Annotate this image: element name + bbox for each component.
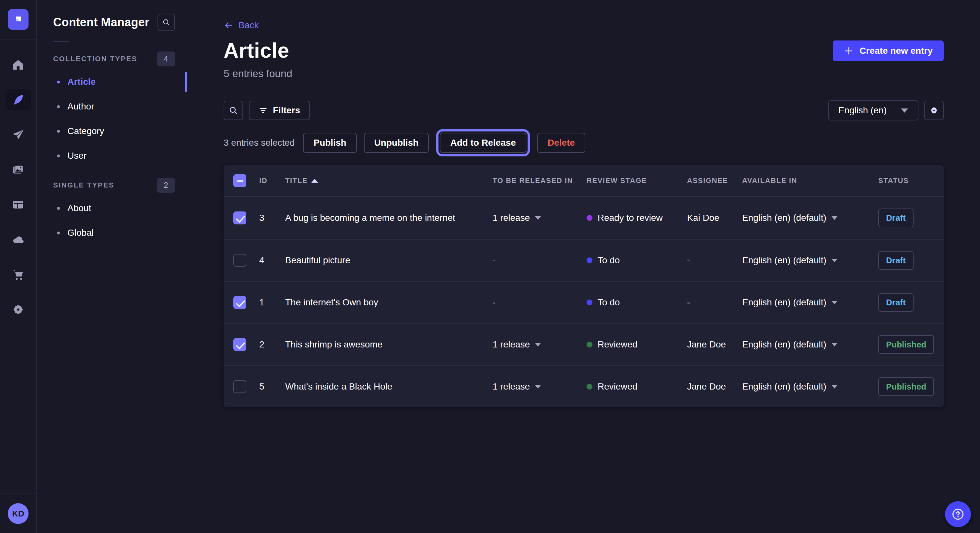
arrow-left-icon <box>224 21 233 30</box>
cell-assignee: - <box>687 255 742 265</box>
filters-button[interactable]: Filters <box>249 101 310 120</box>
locale-selected-value: English (en) <box>838 105 887 116</box>
status-badge: Draft <box>878 209 913 227</box>
cell-assignee: Jane Doe <box>687 339 742 350</box>
unpublish-button[interactable]: Unpublish <box>364 133 429 153</box>
section-count-badge: 4 <box>157 51 175 67</box>
table-row[interactable]: 1 The internet's Own boy - To do - Engli… <box>224 281 944 323</box>
sidebar-item-label: Author <box>67 102 94 112</box>
column-header-available[interactable]: AVAILABLE IN <box>742 176 878 185</box>
cell-title: A bug is becoming a meme on the internet <box>285 213 493 223</box>
sidebar-item-global[interactable]: Global <box>49 220 175 245</box>
sidebar-item-label: Global <box>67 228 94 238</box>
nav-settings-button[interactable] <box>5 299 31 320</box>
column-header-id[interactable]: ID <box>259 176 285 185</box>
strapi-logo-icon <box>12 14 24 25</box>
cell-locale-dropdown[interactable]: English (en) (default) <box>742 213 878 223</box>
cell-title: The internet's Own boy <box>285 297 493 308</box>
chevron-down-icon <box>832 385 837 389</box>
cell-locale-dropdown[interactable]: English (en) (default) <box>742 297 878 308</box>
sidebar-item-category[interactable]: Category <box>49 119 175 143</box>
cell-locale-dropdown[interactable]: English (en) (default) <box>742 339 878 350</box>
add-to-release-button[interactable]: Add to Release <box>440 133 526 153</box>
app-root: KD Content Manager COLLECTION TYPES 4 Ar… <box>0 0 980 533</box>
sidebar-item-article[interactable]: Article <box>49 70 175 94</box>
section-single-types: SINGLE TYPES 2 About Global <box>49 178 175 245</box>
table-row[interactable]: 5 What's inside a Black Hole 1 release R… <box>224 365 944 408</box>
search-icon <box>229 106 238 115</box>
locale-select[interactable]: English (en) <box>828 100 918 121</box>
search-button[interactable] <box>224 101 243 120</box>
sidebar-item-about[interactable]: About <box>49 196 175 220</box>
table-row[interactable]: 3 A bug is becoming a meme on the intern… <box>224 197 944 239</box>
cell-locale-dropdown[interactable]: English (en) (default) <box>742 381 878 392</box>
cell-release-dropdown[interactable]: - <box>493 255 587 265</box>
main-content: Back Article 5 entries found Create new … <box>187 0 980 533</box>
cell-review-stage: To do <box>587 255 687 265</box>
rail-icon-list <box>0 40 36 493</box>
column-header-status[interactable]: STATUS <box>878 176 944 185</box>
cell-locale-dropdown[interactable]: English (en) (default) <box>742 255 878 265</box>
cell-title: Beautiful picture <box>285 255 493 265</box>
question-mark-icon <box>951 507 965 521</box>
cell-title: What's inside a Black Hole <box>285 381 493 392</box>
table-row[interactable]: 4 Beautiful picture - To do - English (e… <box>224 239 944 281</box>
sidebar-item-user[interactable]: User <box>49 143 175 168</box>
cell-review-stage: To do <box>587 297 687 308</box>
row-checkbox[interactable] <box>233 380 246 393</box>
chevron-down-icon <box>832 343 837 346</box>
cell-id: 1 <box>259 297 285 308</box>
cell-release-dropdown[interactable]: 1 release <box>493 339 587 350</box>
subnav-divider <box>53 41 69 42</box>
back-link[interactable]: Back <box>224 20 259 30</box>
column-header-release[interactable]: TO BE RELEASED IN <box>493 176 587 185</box>
cell-release-dropdown[interactable]: - <box>493 297 587 308</box>
sidebar-item-label: About <box>67 203 91 213</box>
search-icon <box>162 18 170 27</box>
plus-icon <box>844 46 854 56</box>
status-badge: Draft <box>878 293 913 312</box>
column-header-title[interactable]: TITLE <box>285 176 493 185</box>
nav-media-library-button[interactable] <box>5 159 31 180</box>
avatar[interactable]: KD <box>8 503 29 524</box>
delete-button[interactable]: Delete <box>537 133 585 153</box>
table-row[interactable]: 2 This shrimp is awesome 1 release Revie… <box>224 323 944 365</box>
nav-home-button[interactable] <box>5 54 31 75</box>
cell-release-dropdown[interactable]: 1 release <box>493 381 587 392</box>
row-checkbox[interactable] <box>233 296 246 309</box>
entries-count: 5 entries found <box>224 68 292 80</box>
status-badge: Draft <box>878 251 913 270</box>
subnav-panel: Content Manager COLLECTION TYPES 4 Artic… <box>37 0 187 533</box>
column-header-stage[interactable]: REVIEW STAGE <box>587 176 687 185</box>
nav-deploy-button[interactable] <box>5 229 31 250</box>
sidebar-item-label: Article <box>67 77 95 87</box>
row-checkbox[interactable] <box>233 254 246 267</box>
view-settings-button[interactable] <box>924 101 944 120</box>
chevron-down-icon <box>535 216 541 220</box>
nav-content-type-builder-button[interactable] <box>5 194 31 215</box>
settings-gear-icon <box>12 303 25 316</box>
sidebar-item-author[interactable]: Author <box>49 94 175 119</box>
nav-releases-button[interactable] <box>5 124 31 145</box>
stage-dot <box>587 257 592 263</box>
main-nav-rail: KD <box>0 0 37 533</box>
nav-marketplace-button[interactable] <box>5 264 31 285</box>
deploy-cloud-icon <box>12 233 25 246</box>
section-label: SINGLE TYPES <box>53 181 115 189</box>
cell-release-dropdown[interactable]: 1 release <box>493 213 587 223</box>
help-button[interactable] <box>945 501 971 527</box>
selection-count-text: 3 entries selected <box>224 138 294 148</box>
strapi-logo[interactable] <box>8 9 29 30</box>
status-badge: Published <box>878 335 934 354</box>
chevron-down-icon <box>535 343 541 346</box>
row-checkbox[interactable] <box>233 338 246 351</box>
create-new-entry-button[interactable]: Create new entry <box>833 40 944 61</box>
cell-id: 4 <box>259 255 285 265</box>
cell-assignee: Kai Doe <box>687 213 742 223</box>
row-checkbox[interactable] <box>233 211 246 224</box>
publish-button[interactable]: Publish <box>303 133 356 153</box>
nav-content-manager-button[interactable] <box>5 89 31 110</box>
subnav-search-button[interactable] <box>158 14 175 31</box>
column-header-assignee[interactable]: ASSIGNEE <box>687 176 742 185</box>
select-all-checkbox[interactable] <box>233 174 246 187</box>
